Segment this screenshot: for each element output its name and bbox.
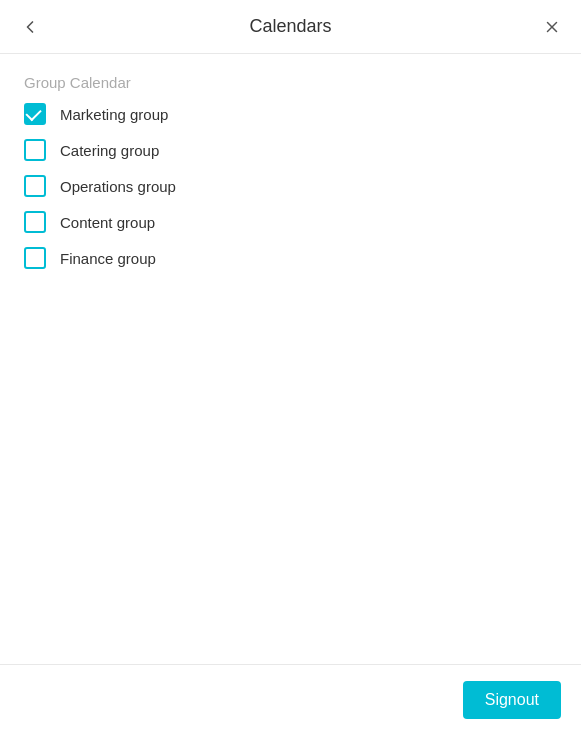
checkbox-content[interactable] (24, 211, 46, 233)
calendar-item-operations[interactable]: Operations group (24, 175, 557, 197)
close-button[interactable] (539, 14, 565, 40)
calendar-name-content: Content group (60, 214, 155, 231)
calendars-content: Group Calendar Marketing groupCatering g… (0, 54, 581, 664)
calendar-item-catering[interactable]: Catering group (24, 139, 557, 161)
checkbox-catering[interactable] (24, 139, 46, 161)
calendar-name-operations: Operations group (60, 178, 176, 195)
calendar-item-finance[interactable]: Finance group (24, 247, 557, 269)
checkbox-marketing[interactable] (24, 103, 46, 125)
calendars-modal: Calendars Group Calendar Marketing group… (0, 0, 581, 735)
signout-button[interactable]: Signout (463, 681, 561, 719)
calendar-item-marketing[interactable]: Marketing group (24, 103, 557, 125)
calendar-name-marketing: Marketing group (60, 106, 168, 123)
calendar-item-content[interactable]: Content group (24, 211, 557, 233)
calendar-name-catering: Catering group (60, 142, 159, 159)
checkbox-finance[interactable] (24, 247, 46, 269)
calendar-name-finance: Finance group (60, 250, 156, 267)
modal-header: Calendars (0, 0, 581, 54)
group-calendar-label: Group Calendar (24, 74, 557, 91)
checkbox-operations[interactable] (24, 175, 46, 197)
header-title: Calendars (249, 16, 331, 37)
modal-footer: Signout (0, 664, 581, 735)
back-button[interactable] (16, 13, 44, 41)
calendar-list: Marketing groupCatering groupOperations … (24, 103, 557, 269)
